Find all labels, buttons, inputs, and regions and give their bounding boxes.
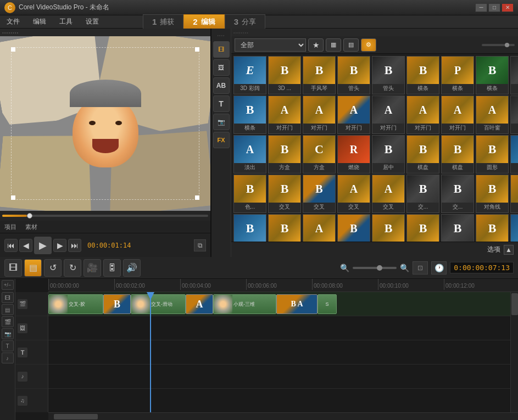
horizontal-scrollbar[interactable]	[48, 412, 518, 420]
effect-fadeout[interactable]: A 淡出	[233, 135, 266, 173]
tl-film-btn[interactable]: 🎞	[4, 259, 22, 277]
close-button[interactable]: ✕	[502, 3, 514, 12]
tl-redo-btn[interactable]: ↻	[64, 259, 81, 277]
effect-doors4[interactable]: A 对开门	[372, 96, 405, 134]
fx-btn-title[interactable]: T	[213, 96, 230, 112]
effect-blinds1[interactable]: A 百叶窗	[476, 96, 509, 134]
effect-misc8[interactable]: B ...	[476, 214, 509, 242]
tab-edit[interactable]: 2 编辑	[183, 14, 224, 30]
options-expand-button[interactable]: ▲	[504, 245, 514, 255]
effect-3d-caiquan[interactable]: E 3D 彩阔	[233, 56, 266, 94]
effect-stripe3[interactable]: B 横条	[476, 56, 509, 94]
zoom-in-btn[interactable]: 🔍	[400, 264, 409, 272]
next-clip-button[interactable]: ⏭	[68, 239, 81, 252]
minimize-button[interactable]: ─	[475, 3, 487, 12]
track-ctrl2[interactable]: ▤	[2, 304, 14, 315]
effects-category-select[interactable]: 全部 收藏 最近使用	[235, 38, 306, 52]
effect-3d-2[interactable]: B 3D ...	[268, 56, 301, 94]
effect-chess1[interactable]: B 棋盘	[406, 135, 439, 173]
transition-A-1[interactable]: A	[186, 294, 213, 314]
zoom-out-btn[interactable]: 🔍	[340, 264, 349, 272]
effect-misc3[interactable]: A ...	[303, 214, 336, 242]
effects-view-btn2[interactable]: ▤	[343, 38, 359, 52]
tl-undo-btn[interactable]: ↺	[44, 259, 62, 277]
fx-btn-text[interactable]: AB	[213, 77, 230, 94]
tracks-canvas[interactable]: 交叉-胶 B 交叉-滑动 A 小观-三维	[48, 292, 510, 412]
fx-btn-film[interactable]: 🎞	[213, 41, 230, 58]
effect-stripe2[interactable]: P 横条	[441, 56, 474, 94]
effect-doors6[interactable]: A 对开门	[441, 96, 474, 134]
effect-misc9[interactable]: B ...	[510, 214, 518, 242]
tl-effect2-btn[interactable]: 🔊	[123, 259, 141, 277]
track-ctrl4[interactable]: 📷	[2, 328, 14, 339]
track-add-btn[interactable]: +/−	[2, 280, 14, 290]
clip-video-4[interactable]: S	[318, 294, 337, 314]
clip-video-3[interactable]: 小观-三维	[213, 294, 276, 314]
add-favorite-button[interactable]: ★	[308, 38, 324, 52]
effect-cross4[interactable]: A 交叉	[372, 175, 405, 213]
copy-button[interactable]: ⧉	[194, 239, 206, 251]
effect-doors2[interactable]: A 对开门	[303, 96, 336, 134]
scrubber[interactable]	[0, 211, 210, 221]
effect-diagonal2[interactable]: B 对角线	[510, 175, 518, 213]
fit-btn[interactable]: ⊡	[413, 261, 428, 275]
track-ctrl1[interactable]: 🎞	[2, 292, 14, 303]
effect-circle[interactable]: B 圆形	[476, 135, 509, 173]
effect-misc4[interactable]: B ...	[337, 214, 370, 242]
track-ctrl3[interactable]: 🎬	[2, 316, 14, 327]
effect-chess2[interactable]: B 棋盘	[441, 135, 474, 173]
effect-cross2[interactable]: B 交叉	[303, 175, 336, 213]
effect-diagonal1[interactable]: B 对角线	[476, 175, 509, 213]
menu-settings[interactable]: 设置	[83, 16, 101, 27]
effect-accordion[interactable]: B 手风琴	[303, 56, 336, 94]
effect-cross1[interactable]: B 交叉	[268, 175, 301, 213]
effect-blinds2[interactable]: B 百叶窗	[510, 96, 518, 134]
effect-doors1[interactable]: A 对开门	[268, 96, 301, 134]
effect-box2[interactable]: C 方盒	[303, 135, 336, 173]
vertical-scrollbar[interactable]	[510, 292, 518, 412]
menu-file[interactable]: 文件	[4, 16, 22, 27]
effect-crossx1[interactable]: B 交...	[406, 175, 439, 213]
fx-btn-camera[interactable]: 📷	[213, 114, 230, 130]
effect-misc6[interactable]: B ...	[406, 214, 439, 242]
tab-share[interactable]: 3 分享	[225, 14, 265, 30]
prev-clip-button[interactable]: ⏮	[4, 239, 18, 252]
play-button[interactable]: ▶	[34, 237, 52, 254]
tl-mix-btn[interactable]: 🎛	[103, 259, 121, 277]
clip-video-2[interactable]: 交叉-滑动	[131, 294, 186, 314]
fx-btn-image[interactable]: 🖼	[213, 59, 230, 76]
rewind-button[interactable]: ◀	[19, 239, 32, 252]
effect-doors5[interactable]: A 对开门	[406, 96, 439, 134]
menu-tools[interactable]: 工具	[57, 16, 75, 27]
effect-cross3[interactable]: A 交叉	[337, 175, 370, 213]
effects-zoom-slider[interactable]	[482, 44, 515, 46]
effect-misc7[interactable]: B ...	[441, 214, 474, 242]
effects-options-btn[interactable]: ⚙	[361, 38, 376, 52]
effect-color[interactable]: B 色...	[233, 175, 266, 213]
track-ctrl6[interactable]: ♪	[2, 352, 14, 363]
effect-center[interactable]: B 居中	[372, 135, 405, 173]
clip-video-1[interactable]: 交叉-胶	[48, 294, 103, 314]
maximize-button[interactable]: □	[488, 3, 500, 12]
effect-doors3[interactable]: A 对开门	[337, 96, 370, 134]
transition-B-1[interactable]: B	[103, 294, 131, 314]
forward-button[interactable]: ▶	[53, 239, 66, 252]
effect-clap[interactable]: A 响板	[510, 135, 518, 173]
effect-misc5[interactable]: B ...	[372, 214, 405, 242]
effects-view-btn1[interactable]: ▦	[326, 38, 341, 52]
effect-misc1[interactable]: B ...	[233, 214, 266, 242]
tl-storyboard-btn[interactable]: ▤	[24, 259, 42, 277]
effect-stripe1[interactable]: B 横条	[406, 56, 439, 94]
fx-btn-fx[interactable]: FX	[213, 132, 230, 148]
effect-hbar[interactable]: B 横条	[233, 96, 266, 134]
effect-misc2[interactable]: B ...	[268, 214, 301, 242]
effect-box1[interactable]: B 方盒	[268, 135, 301, 173]
tab-capture[interactable]: 1 捕获	[143, 14, 183, 30]
tl-record-btn[interactable]: 🎥	[83, 259, 101, 277]
track-ctrl5[interactable]: T	[2, 340, 14, 351]
effect-stripe4[interactable]: P 横条	[510, 56, 518, 94]
effect-pipe2[interactable]: B 管头	[372, 56, 405, 94]
effect-burn[interactable]: R 燃烧	[337, 135, 370, 173]
effect-crossx2[interactable]: B 交...	[441, 175, 474, 213]
timeline-zoom-slider[interactable]	[353, 267, 397, 269]
